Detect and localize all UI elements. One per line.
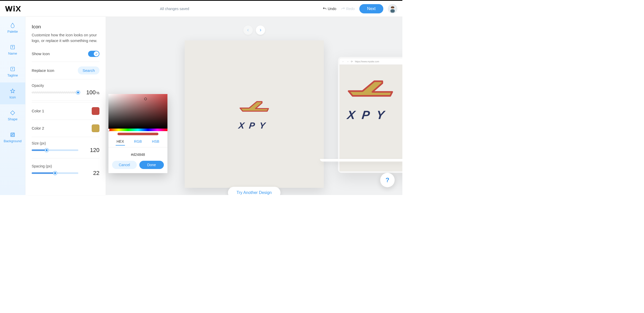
text-icon (10, 44, 15, 50)
redo-label: Redo (346, 7, 355, 11)
next-button[interactable]: Next (359, 4, 383, 13)
back-arrow-icon: ← (342, 60, 344, 63)
panel-description: Customize how the icon looks on your log… (32, 32, 99, 44)
opacity-value: 100% (83, 89, 99, 96)
diamond-icon (10, 110, 15, 116)
picker-tabs: HEX RGB HSB (108, 138, 167, 147)
color-picker-popover: HEX RGB HSB #d24848 Cancel Done (108, 94, 167, 173)
hatch-icon (10, 132, 15, 138)
svg-rect-6 (391, 7, 394, 8)
settings-panel: Icon Customize how the icon looks on you… (26, 17, 106, 195)
undo-redo-group: Undo Redo (323, 7, 355, 11)
sv-thumb[interactable] (144, 98, 147, 100)
spacing-value: 22 (83, 170, 99, 176)
show-icon-toggle[interactable] (88, 51, 99, 57)
star-icon (10, 88, 15, 94)
sidebar-item-label: Shape (8, 117, 18, 121)
color2-swatch[interactable] (92, 124, 99, 132)
color1-label: Color 1 (32, 109, 44, 113)
small-text-icon (10, 66, 15, 72)
sidebar-item-label: Background (4, 139, 21, 143)
opacity-slider[interactable] (32, 92, 78, 93)
panel-title: Icon (32, 24, 99, 30)
sidebar-item-label: Icon (10, 95, 16, 99)
sidebar-item-label: Name (8, 52, 17, 55)
sidebar-item-label: Tagline (7, 73, 18, 77)
color2-row: Color 2 (32, 120, 99, 137)
droplet-icon (10, 22, 15, 28)
tab-hsb[interactable]: HSB (151, 138, 160, 146)
wix-logo[interactable] (5, 6, 27, 12)
tab-rgb[interactable]: RGB (133, 138, 143, 146)
svg-rect-0 (13, 7, 15, 11)
undo-button[interactable]: Undo (323, 7, 336, 11)
sidebar: Palette Name Tagline Icon Shape Backgrou… (0, 17, 26, 195)
sidebar-item-icon[interactable]: Icon (0, 82, 25, 104)
check-icon (95, 53, 98, 55)
spacing-label: Spacing (px) (32, 164, 99, 168)
device-url: https://www.mysite.com (355, 60, 379, 63)
forward-arrow-icon: → (346, 60, 349, 63)
hex-value[interactable]: #d24848 (108, 147, 167, 161)
try-another-design-button[interactable]: Try Another Design (228, 187, 280, 195)
undo-label: Undo (328, 7, 336, 11)
sidebar-item-name[interactable]: Name (0, 39, 25, 61)
show-icon-row: Show Icon (32, 46, 99, 62)
preview-nav (243, 26, 265, 35)
replace-icon-label: Replace Icon (32, 68, 54, 73)
refresh-icon: ⟳ (351, 60, 353, 63)
device-preview: ← → ⟳ https://www.mysite.com XPY (338, 57, 402, 173)
svg-point-1 (13, 6, 15, 7)
sidebar-item-label: Palette (7, 30, 18, 33)
color1-swatch[interactable] (92, 107, 99, 115)
opacity-label: Opacity (32, 83, 99, 88)
saturation-value-panel[interactable] (108, 94, 167, 129)
picker-done-button[interactable]: Done (139, 161, 164, 169)
help-button[interactable]: ? (380, 173, 395, 187)
device-logo-icon (345, 75, 396, 103)
svg-rect-4 (391, 9, 395, 12)
next-preview-button[interactable] (256, 26, 265, 35)
spacing-slider[interactable] (32, 172, 78, 174)
prev-preview-button[interactable] (243, 26, 253, 35)
color2-label: Color 2 (32, 126, 44, 130)
chevron-right-icon (259, 28, 262, 32)
size-slider[interactable] (32, 149, 78, 151)
help-icon: ? (386, 176, 389, 184)
app-header: All changes saved Undo Redo Next (0, 1, 402, 17)
device-logo-text: XPY (346, 108, 402, 122)
sidebar-item-tagline[interactable]: Tagline (0, 61, 25, 82)
picker-cancel-button[interactable]: Cancel (112, 161, 137, 169)
redo-button[interactable]: Redo (341, 7, 355, 11)
logo-text: XPY (237, 121, 271, 131)
hue-slider[interactable] (108, 129, 167, 131)
replace-icon-row: Replace Icon Search (32, 62, 99, 79)
chevron-left-icon (246, 28, 250, 32)
size-label: Size (px) (32, 141, 99, 145)
sidebar-item-shape[interactable]: Shape (0, 104, 25, 126)
search-icon-button[interactable]: Search (78, 66, 99, 74)
sidebar-item-background[interactable]: Background (0, 126, 25, 148)
sidebar-item-palette[interactable]: Palette (0, 17, 25, 39)
color-preview-bar (117, 133, 158, 135)
color1-row: Color 1 (32, 102, 99, 120)
avatar[interactable] (388, 4, 397, 13)
size-value: 120 (83, 147, 99, 154)
tab-hex[interactable]: HEX (116, 138, 125, 146)
save-status: All changes saved (27, 7, 323, 11)
logo-preview-card: XPY (185, 40, 324, 188)
hue-thumb[interactable] (107, 129, 110, 131)
logo-icon (238, 98, 271, 116)
show-icon-label: Show Icon (32, 52, 50, 56)
